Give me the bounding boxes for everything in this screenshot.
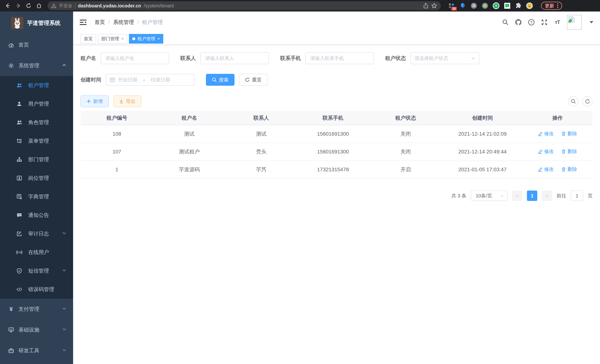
- tab-tenant[interactable]: 租户管理 ×: [129, 34, 163, 44]
- refresh-table-button[interactable]: [582, 96, 593, 106]
- help-icon[interactable]: ?: [528, 19, 535, 26]
- edit-link[interactable]: 修改: [538, 148, 554, 155]
- browser-back-button[interactable]: [4, 2, 12, 10]
- status-select[interactable]: 请选择租户状态: [410, 52, 479, 64]
- font-size-icon[interactable]: тT: [554, 19, 561, 26]
- sidebar-item-role[interactable]: 角色管理: [0, 113, 73, 132]
- add-button[interactable]: 新增: [81, 95, 109, 107]
- profile-avatar-icon[interactable]: [526, 2, 533, 9]
- avatar-caret-icon[interactable]: [590, 21, 593, 23]
- sidebar-item-dict[interactable]: 字典管理: [0, 187, 73, 206]
- pagination-total: 共 3 条: [451, 193, 466, 199]
- cell-create-time: 2021-12-14 21:02:09: [442, 125, 523, 143]
- goto-page-input[interactable]: [571, 191, 583, 201]
- next-page-button[interactable]: ›: [542, 191, 552, 201]
- sidebar-item-menu[interactable]: 菜单管理: [0, 132, 73, 150]
- user-avatar[interactable]: [567, 15, 582, 30]
- delete-link[interactable]: 删除: [561, 166, 577, 173]
- toggle-search-button[interactable]: [568, 96, 579, 106]
- sidebar-item-dev-tools[interactable]: 研发工具: [0, 340, 73, 361]
- sidebar-item-label: 通知公告: [28, 212, 49, 219]
- sidebar-item-notice[interactable]: 通知公告: [0, 206, 73, 224]
- sidebar-collapse-icon[interactable]: [80, 19, 86, 25]
- cell-tenant-name: 测试租户: [153, 143, 225, 161]
- fullscreen-icon[interactable]: [541, 19, 548, 26]
- prev-page-button[interactable]: ‹: [512, 191, 523, 201]
- create-time-label: 创建时间: [81, 76, 101, 83]
- extension-command-icon[interactable]: ⌘: [470, 2, 477, 9]
- extension-badge: 10: [451, 7, 457, 10]
- table-row: 1 芋道源码 芋艿 17321315478 开启 2021-01-05 17:0…: [81, 161, 593, 178]
- chevron-down-icon: [62, 306, 66, 312]
- sidebar-item-home[interactable]: 首页: [0, 35, 73, 55]
- sidebar-item-system[interactable]: 系统管理: [0, 55, 73, 76]
- breadcrumb-system[interactable]: 系统管理: [113, 19, 134, 26]
- table-header-row: 租户编号 租户名 联系人 联系手机 租户状态 创建时间 操作: [81, 111, 593, 125]
- chevron-down-icon: [62, 327, 66, 333]
- breadcrumb-home[interactable]: 首页: [95, 19, 105, 26]
- header-search-icon[interactable]: [502, 19, 509, 26]
- sidebar-item-pay[interactable]: ¥ 支付管理: [0, 299, 73, 319]
- sidebar-item-user[interactable]: 用户管理: [0, 95, 73, 113]
- export-button[interactable]: 导出: [113, 95, 141, 107]
- sidebar-item-audit-log[interactable]: 审计日志: [0, 224, 73, 243]
- reset-button[interactable]: 重置: [239, 74, 268, 86]
- contact-input[interactable]: [200, 52, 269, 64]
- tab-dept[interactable]: 部门管理 ×: [98, 34, 127, 44]
- mobile-label: 联系手机: [280, 55, 301, 62]
- edit-link[interactable]: 修改: [538, 131, 554, 137]
- date-range-picker[interactable]: 开始日期 - 结束日期: [106, 74, 195, 86]
- delete-link[interactable]: 删除: [561, 148, 577, 155]
- extension-kite-icon[interactable]: [459, 2, 466, 9]
- sidebar-item-infra[interactable]: 基础设施: [0, 319, 73, 340]
- not-secure-warning-icon: [51, 3, 56, 8]
- forward-icon: [15, 3, 21, 9]
- col-mobile: 联系手机: [297, 111, 369, 125]
- extension-chat-icon[interactable]: [504, 2, 511, 9]
- browser-menu-icon[interactable]: [557, 3, 558, 8]
- delete-link[interactable]: 删除: [561, 131, 577, 137]
- close-icon[interactable]: ×: [121, 36, 124, 41]
- share-icon[interactable]: [423, 3, 429, 9]
- extension-dot-icon[interactable]: [482, 2, 488, 9]
- close-icon[interactable]: ×: [158, 36, 160, 41]
- user-icon: [16, 101, 22, 107]
- sidebar-item-online-user[interactable]: 在线用户: [0, 243, 73, 261]
- sidebar-item-sms[interactable]: 短信管理: [0, 261, 73, 280]
- sidebar-item-tenant[interactable]: 租户管理: [0, 76, 73, 95]
- page-size-select[interactable]: 10条/页: [471, 191, 508, 201]
- mobile-input[interactable]: [305, 52, 374, 64]
- start-date-placeholder: 开始日期: [118, 77, 137, 83]
- browser-update-button[interactable]: 更新: [541, 2, 562, 10]
- extension-grid-icon[interactable]: 10: [448, 2, 455, 9]
- sidebar-item-label: 字典管理: [28, 193, 49, 200]
- active-tab-dot: [132, 37, 135, 40]
- cell-mobile: 15601691300: [297, 125, 369, 143]
- end-date-placeholder: 结束日期: [151, 77, 170, 83]
- breadcrumb-current: 租户管理: [142, 19, 163, 26]
- bookmark-star-icon[interactable]: [431, 3, 437, 9]
- extensions-puzzle-icon[interactable]: [515, 2, 522, 9]
- cell-contact: 秃头: [225, 143, 297, 161]
- cell-contact: 芋艿: [225, 161, 297, 178]
- sidebar-item-error-code[interactable]: 错误码管理: [0, 280, 73, 299]
- sidebar-item-label: 系统管理: [19, 62, 39, 69]
- sidebar-item-post[interactable]: 岗位管理: [0, 169, 73, 187]
- edit-link[interactable]: 修改: [538, 166, 554, 173]
- contact-label: 联系人: [180, 55, 196, 62]
- badge-icon: [16, 175, 22, 181]
- browser-forward-button[interactable]: [14, 2, 22, 10]
- col-tenant-id: 租户编号: [81, 111, 153, 125]
- sidebar-item-dept[interactable]: 部门管理: [0, 150, 73, 169]
- page-1-button[interactable]: 1: [527, 191, 537, 201]
- extension-y-icon[interactable]: Y: [493, 2, 499, 9]
- search-button[interactable]: 搜索: [206, 74, 234, 86]
- page-size-value: 10条/页: [476, 193, 492, 199]
- github-icon[interactable]: [515, 19, 522, 26]
- tenant-name-input[interactable]: [101, 52, 169, 64]
- tab-home[interactable]: 首页: [81, 34, 96, 44]
- browser-reload-button[interactable]: [25, 2, 33, 10]
- browser-home-button[interactable]: [35, 2, 43, 10]
- address-bar[interactable]: 不安全 dashboard.yudao.iocoder.cn /system/t…: [47, 1, 441, 10]
- sidebar-logo-row[interactable]: 芋道管理系统: [0, 11, 73, 35]
